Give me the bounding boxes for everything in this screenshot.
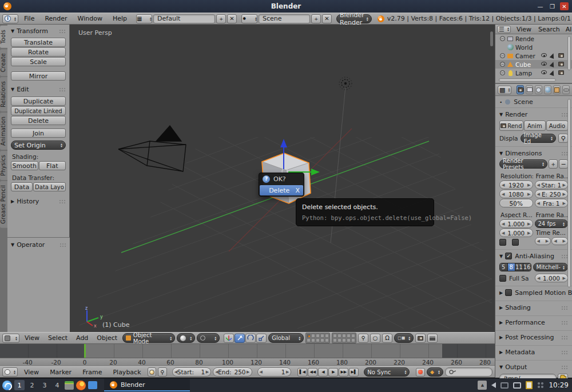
set-origin-select[interactable]: Set Origin▴▾ (11, 141, 66, 150)
tab-object-properties[interactable] (553, 85, 561, 94)
selectability-cursor-icon[interactable] (550, 53, 556, 59)
files-launcher-icon[interactable] (88, 381, 97, 389)
camera-object[interactable] (118, 126, 186, 171)
outliner-row-cube[interactable]: − Cube (495, 60, 572, 69)
layers-grid-1[interactable] (305, 333, 330, 343)
time-remap-new-field[interactable]: ◀▶ (551, 237, 568, 245)
timeline-menu-view[interactable]: View (19, 369, 43, 376)
post-processing-section-header[interactable]: ▶Post Processing (499, 333, 568, 342)
outliner-filter-all[interactable]: All (566, 26, 572, 33)
resolution-percent-slider[interactable]: 50% (499, 199, 533, 207)
drag-dots-icon[interactable] (561, 321, 568, 325)
border-checkbox[interactable] (499, 239, 506, 246)
aspect-x-field[interactable]: ◀1.000▶ (499, 219, 533, 228)
frame-end-field[interactable]: ◀E: 250▶ (535, 190, 569, 198)
delete-button[interactable]: Delete (11, 116, 66, 125)
workspace-4[interactable]: 4 (52, 380, 62, 390)
duplicate-button[interactable]: Duplicate (11, 97, 66, 106)
timeline-editor-selector[interactable]: ▴▾ (2, 367, 18, 377)
timeline-menu-playback[interactable]: Playback (108, 369, 145, 376)
resolution-x-field[interactable]: ◀1920▶ (499, 181, 533, 189)
next-keyframe-button[interactable]: ▶▶ (339, 368, 348, 377)
scale-button[interactable]: Scale (11, 57, 66, 66)
expander-icon[interactable]: − (500, 53, 505, 58)
delete-scene-button[interactable]: ✕ (322, 14, 332, 23)
crop-checkbox[interactable] (512, 239, 519, 246)
duplicate-linked-button[interactable]: Duplicate Linked (11, 106, 66, 115)
history-panel-header[interactable]: ▶History (11, 198, 66, 205)
firefox-launcher-icon[interactable] (76, 381, 86, 390)
jump-to-end-button[interactable]: ▶▌ (349, 368, 359, 377)
fps-select[interactable]: 24 fps▴▾ (535, 219, 569, 228)
snap-element-select[interactable]: ◻◼▴▾ (394, 333, 414, 343)
taskbar-item-blender[interactable]: Blender (104, 379, 190, 391)
aa-filter-select[interactable]: Mitchell-▴▾ (533, 263, 569, 271)
proportional-edit-button[interactable]: ○ (370, 334, 380, 343)
render-audio-button[interactable]: Audio (546, 121, 568, 131)
tab-create[interactable]: Create (0, 49, 7, 76)
render-opengl-still-button[interactable] (415, 334, 426, 343)
shade-smooth-button[interactable]: Smooth (11, 161, 38, 170)
render-still-button[interactable]: Rend (499, 121, 523, 131)
remove-preset-button[interactable]: − (559, 159, 568, 169)
workspace-2[interactable]: 2 (27, 380, 37, 390)
shading-section-header[interactable]: ▶Shading (499, 303, 568, 312)
aa-samples-16[interactable]: 16 (523, 263, 531, 271)
workspace-3[interactable]: 3 (39, 380, 50, 390)
delete-layout-button[interactable]: ✕ (227, 14, 237, 23)
render-animation-button[interactable]: Anim (524, 121, 546, 131)
sampled-motion-blur-header[interactable]: ▶Sampled Motion Bl (499, 288, 568, 297)
shade-flat-button[interactable]: Flat (39, 161, 66, 170)
preview-range-clock-button[interactable] (148, 367, 157, 377)
pivot-select[interactable]: ▴▾ (197, 333, 220, 343)
layers-grid-2[interactable] (332, 333, 356, 343)
resolution-y-field[interactable]: ◀1080▶ (499, 190, 533, 198)
transform-orientation-select[interactable]: Global▴▾ (268, 333, 304, 343)
frame-start-field[interactable]: ◀Start:1▶ (172, 367, 211, 377)
outliner-row-camera[interactable]: − Camer (495, 51, 572, 60)
mirror-button[interactable]: Mirror (11, 71, 66, 81)
operator-panel-header[interactable]: ▼Operator (11, 241, 66, 249)
timeline-menu-frame[interactable]: Frame (78, 369, 106, 376)
viewport-shading-select[interactable]: ▴▾ (177, 333, 195, 343)
aa-samples-8[interactable]: 8 (508, 263, 516, 271)
drag-dots-icon[interactable] (59, 29, 66, 33)
visibility-eye-icon[interactable] (541, 53, 547, 57)
prev-keyframe-button[interactable]: ◀◀ (308, 368, 317, 377)
outliner-row-world[interactable]: World (495, 43, 572, 51)
auto-keyframe-record-button[interactable] (416, 368, 425, 377)
tab-tools[interactable]: Tools (0, 26, 7, 48)
tab-render-layers[interactable] (526, 85, 533, 94)
drag-dots-icon[interactable] (561, 365, 568, 369)
performance-section-header[interactable]: ▶Performance (499, 318, 568, 327)
aa-samples-segment[interactable]: 5 8 11 16 (499, 263, 531, 271)
manipulator-rotate-button[interactable] (245, 334, 256, 343)
app-launcher-icon[interactable] (2, 381, 12, 390)
timeline-menu-marker[interactable]: Marker (45, 369, 76, 376)
tab-animation[interactable]: Animation (0, 113, 7, 150)
manipulator-translate-button[interactable] (235, 334, 245, 343)
mode-select[interactable]: Object Mode▴▾ (122, 333, 175, 343)
current-frame-field[interactable]: ◀1▶ (257, 367, 292, 377)
screen-share-icon[interactable] (513, 382, 521, 389)
time-remap-old-field[interactable]: ◀▶ (535, 237, 551, 245)
manipulator-scale-button[interactable] (256, 334, 267, 343)
drag-dots-icon[interactable] (561, 350, 568, 354)
frame-start-field[interactable]: ◀Star: 1▶ (535, 181, 569, 189)
outliner-vscrollbar[interactable] (567, 36, 571, 70)
renderability-camera-icon[interactable] (558, 53, 564, 58)
screen-layout-name[interactable]: Default (153, 14, 215, 23)
tab-physics[interactable]: Physics (0, 151, 7, 180)
tab-world-properties[interactable] (544, 85, 551, 94)
drag-dots-icon[interactable] (561, 306, 568, 310)
renderability-camera-icon[interactable] (558, 62, 564, 66)
view3d-menu-object[interactable]: Object (93, 334, 121, 342)
manipulator-axis-icon[interactable] (224, 334, 234, 343)
display-icon[interactable] (500, 382, 509, 389)
viewport-scrollbar[interactable] (490, 31, 493, 46)
lock-interface-button[interactable]: ⚲ (558, 134, 568, 143)
tray-expander-icon[interactable]: ▲ (478, 381, 487, 390)
pin-icon[interactable]: 🞄 (500, 98, 502, 105)
tab-scene-properties[interactable] (535, 85, 542, 94)
edit-panel-header[interactable]: ▼Edit (11, 86, 66, 93)
